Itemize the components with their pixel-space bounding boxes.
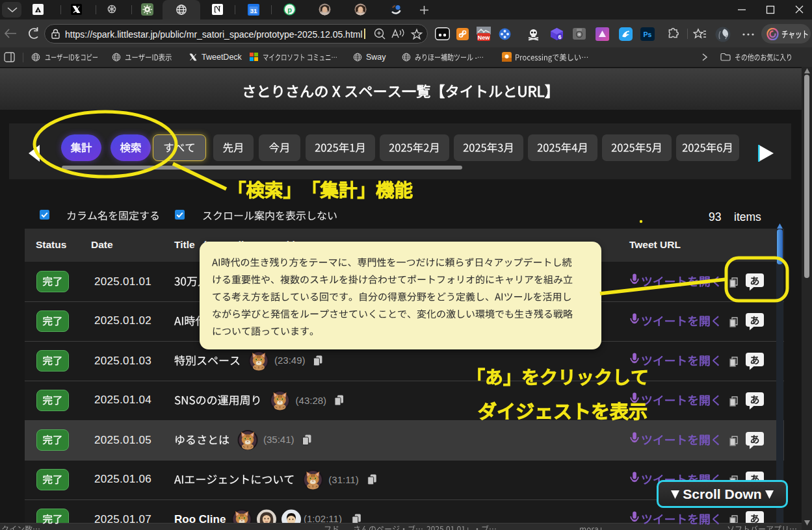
- svg-text:Ps: Ps: [644, 31, 652, 38]
- svg-text:Scroll Down: Scroll Down: [683, 487, 761, 501]
- svg-text:6: 6: [558, 34, 561, 40]
- svg-text:p: p: [287, 6, 292, 14]
- svg-text:New: New: [478, 34, 490, 41]
- svg-text:31: 31: [250, 7, 257, 14]
